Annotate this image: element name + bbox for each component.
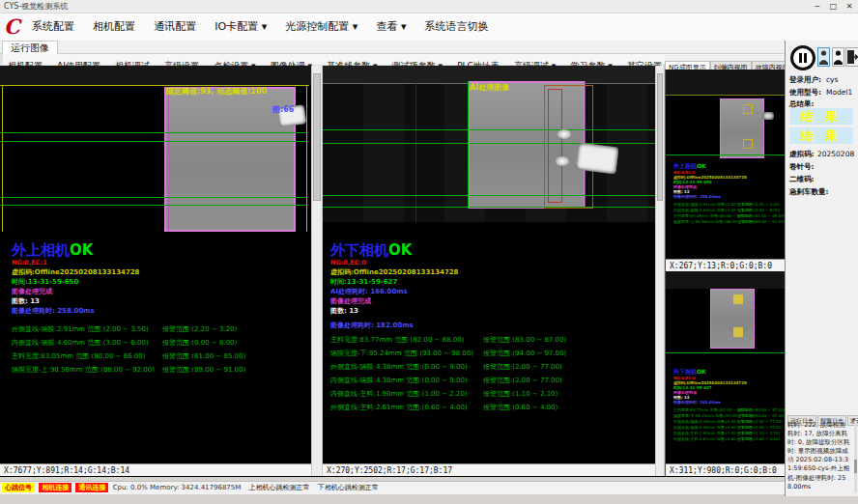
cam-upper-scrollbar-thumb[interactable] <box>313 73 321 201</box>
cam-upper-frame-count: 图数: 13 <box>12 296 40 306</box>
alarm-range: 报警范围:(83.00 ~ 87.00) <box>483 335 566 345</box>
measure-row: 隔膜宽度-下:95.24mm 范围:(93.00 ~ 98.00) <box>330 349 473 358</box>
menu-bar: C 系统配置 相机配置 通讯配置 IO卡配置 ▾ 光源控制配置 ▾ 查看 ▾ 系… <box>0 14 858 42</box>
alarm-range: 报警范围:(94.00 ~ 97.00) <box>483 349 566 358</box>
ai-overlay-text: AI处理图像 <box>470 82 509 93</box>
thumb-lower-coord-bar: X:311;Y:980;R:0;G:0;B:0 <box>666 463 786 476</box>
olive-line <box>666 95 786 96</box>
alarm-range: 报警范围:(1.10 ~ 2.10) <box>483 389 558 399</box>
weld-highlight-1 <box>558 129 571 139</box>
threshold-overlay-text: 固定阈值:93, 动态阈值:100 <box>166 86 267 97</box>
right-control-panel: 登录用户: cys 使用型号: Model1 总结果: 结 果 结 果 虚拟码:… <box>785 41 858 496</box>
cam-lower-scrollbar-thumb[interactable] <box>657 73 663 201</box>
exit-door-icon <box>846 48 858 66</box>
thumb-cell-region <box>710 289 755 349</box>
alarm-range: 报警范围:(2.00 ~ 77.00) <box>483 376 562 385</box>
cam-lower-ng-text: NG:0,EC:0 <box>330 259 366 266</box>
thumb-elapsed: 图像处理耗时: 258.00ms <box>673 194 721 199</box>
thumb-elapsed: 图像处理耗时: 182.00ms <box>673 400 721 405</box>
menu-items: 系统配置 相机配置 通讯配置 IO卡配置 ▾ 光源控制配置 ▾ 查看 ▾ 系统语… <box>25 14 496 40</box>
thumb-cell-region <box>720 98 764 158</box>
alarm-range: 报警范围:(0.00 ~ 8.00) <box>162 338 237 348</box>
thumb-top-strip <box>666 271 786 289</box>
user-dark-icon <box>833 48 844 66</box>
camera-view-upper[interactable]: 固定阈值:93, 动态阈值:100 图:66 外上相机OK NG:0,EC:1 … <box>0 66 311 476</box>
camera-view-lower[interactable]: AI处理图像 外下相机OK NG:0,EC:0 虚拟码:Offline20250… <box>323 66 655 476</box>
login-user-value: cys <box>826 75 838 84</box>
measure-row: 内侧直线-主料:1.90mm 范围:(1.00 ~ 2.20) <box>330 389 468 399</box>
menu-light-config[interactable]: 光源控制配置 ▾ <box>278 14 364 40</box>
virtual-code-label: 虚拟码: <box>789 150 815 159</box>
cam-lower-elapsed: 图像处理耗时: 182.00ms <box>330 321 414 330</box>
thumbnail-view-lower[interactable]: 外下相机OK NG:0,EC:0 虚拟码:Offline202502081331… <box>665 271 786 476</box>
machine-seam-line <box>415 83 416 222</box>
user-button-secondary[interactable] <box>832 47 844 67</box>
cam-lower-done-text: 图像处理完成 <box>330 296 371 306</box>
minimize-button[interactable]: ─ <box>811 0 824 14</box>
cam-upper-ok-status: OK <box>70 241 93 259</box>
menu-system-config[interactable]: 系统配置 <box>25 14 81 40</box>
pause-button[interactable] <box>790 45 815 70</box>
brake-count-label: 急刹车数量: <box>789 187 829 197</box>
window-controls: ─ □ ✕ <box>811 0 856 14</box>
weld-highlight-2 <box>556 156 569 166</box>
cam-lower-title: 外下相机OK <box>330 241 412 260</box>
cam-lower-scrollbar[interactable] <box>655 66 665 476</box>
app-window: CYS-视觉检测系统 ─ □ ✕ C 系统配置 相机配置 通讯配置 IO卡配置 … <box>0 0 858 504</box>
thumb-alarm-range: 报警范围:(83.00 ~ 87.00) <box>737 407 785 412</box>
green-measure-line-1 <box>323 129 655 130</box>
cam-upper-elapsed: 图像处理耗时: 258.00ms <box>12 306 95 316</box>
menu-camera-config[interactable]: 相机配置 <box>86 14 142 40</box>
menu-language-switch[interactable]: 系统语言切换 <box>418 14 496 40</box>
app-logo-icon: C <box>4 14 20 39</box>
cam-upper-scrollbar[interactable] <box>311 66 323 476</box>
log-text-area[interactable]: 耗时: 222, 故障检测耗时: 17, 故障分离耗时: 0, 故障提取分区耗时… <box>787 421 851 492</box>
tab-run-image[interactable]: 运行图像 <box>2 41 58 54</box>
camera-connection-badge: 相机连接 <box>39 483 72 492</box>
thumb-alarm-range: 报警范围:(1.10 ~ 2.10) <box>737 431 780 435</box>
view-tab-row: 运行图像 <box>0 41 785 54</box>
log-scrollbar[interactable] <box>854 421 857 492</box>
user-button-active[interactable] <box>817 47 830 67</box>
cam-upper-title: 外上相机OK <box>12 241 93 260</box>
result-box-lower: 结 果 <box>789 127 853 144</box>
maximize-button[interactable]: □ <box>826 0 840 14</box>
ai-roi-rect-red <box>548 89 562 203</box>
cam-lower-ok-status: OK <box>388 241 412 259</box>
thumb-upper-coord-bar: X:267;Y:13;R:0;G:0;B:0 <box>666 259 786 271</box>
log-scrollbar-thumb[interactable] <box>854 460 857 473</box>
model-value[interactable]: Model1 <box>826 88 852 97</box>
menu-view[interactable]: 查看 ▾ <box>369 14 413 40</box>
thumbnail-view-upper[interactable]: 外上相机OK NG:0,EC:1 虚拟码:Offline202502081331… <box>665 70 786 271</box>
thumb-alarm-range: 报警范围:(89.00 ~ 91.00) <box>737 219 785 224</box>
exit-button[interactable] <box>845 47 858 67</box>
cam-lower-frame-count: 图数: 13 <box>330 306 358 316</box>
user-icon <box>818 48 829 66</box>
status-bar: 心跳信号 相机连接 通讯连接 Cpu: 0.0% Memory: 3424.41… <box>0 481 785 494</box>
cam-upper-ng-text: NG:0,EC:1 <box>12 259 47 266</box>
needle-number-label: 卷针号: <box>789 162 815 172</box>
thumb-highlight-1 <box>733 294 743 304</box>
green-measure-line-3 <box>0 197 307 198</box>
thumb-connector-highlight <box>762 112 774 120</box>
green-measure-line-2 <box>0 141 307 142</box>
alarm-range: 报警范围:(0.60 ~ 4.00) <box>483 403 558 412</box>
close-button[interactable]: ✕ <box>843 0 856 14</box>
alarm-range: 报警范围:(81.00 ~ 85.00) <box>162 351 245 361</box>
thumb-roi-1 <box>743 104 753 114</box>
yellow-baseline-right <box>306 85 307 232</box>
violet-edge-line <box>168 87 169 232</box>
menu-comm-config[interactable]: 通讯配置 <box>147 14 203 40</box>
alarm-range: 报警范围:(89.00 ~ 91.00) <box>162 365 245 375</box>
green-measure-line-2 <box>323 143 655 144</box>
measure-row: 主料宽度:83.77mm 范围:(82.00 ~ 88.00) <box>330 335 464 345</box>
cam-lower-time: 时间:13-31-59-627 <box>330 277 397 287</box>
yellow-baseline-left <box>2 85 3 232</box>
qrcode-label: 二维码: <box>789 175 815 184</box>
cpu-memory-status: Cpu: 0.0% Memory: 3424.41796875M <box>113 484 242 491</box>
thumb-highlight-2 <box>733 327 743 337</box>
menu-io-config[interactable]: IO卡配置 ▾ <box>208 14 273 40</box>
thumb-cam-name: 外下相机 <box>673 368 697 375</box>
thumb-alarm-range: 报警范围:(2.00 ~ 77.00) <box>737 425 783 430</box>
comm-connection-badge: 通讯连接 <box>75 483 108 492</box>
